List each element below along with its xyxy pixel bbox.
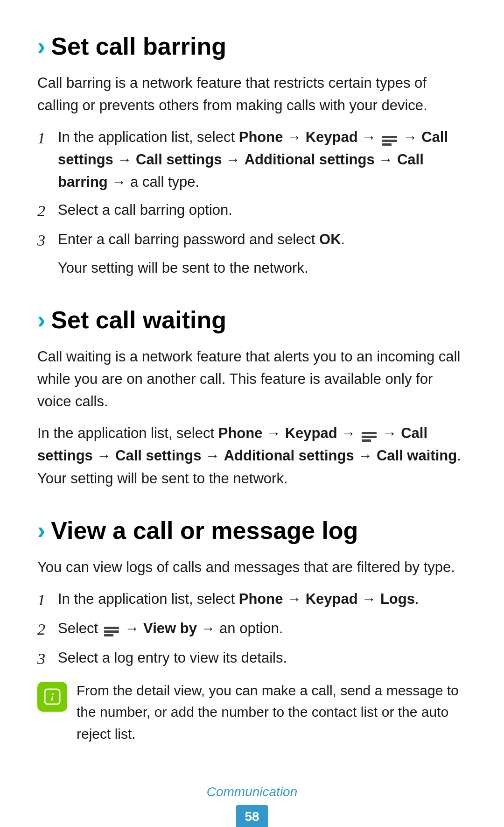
section-title-view-log: › View a call or message log	[37, 512, 467, 549]
svg-rect-1	[382, 140, 397, 142]
steps-view-log: 1 In the application list, select Phone …	[37, 588, 467, 671]
step-number: 2	[37, 199, 54, 223]
section-view-log: › View a call or message log You can vie…	[37, 512, 467, 745]
section-call-waiting: › Set call waiting Call waiting is a net…	[37, 302, 467, 489]
menu-icon	[103, 622, 120, 636]
chevron-icon: ›	[37, 28, 45, 64]
step-1-barring: 1 In the application list, select Phone …	[37, 126, 467, 193]
step-3-log: 3 Select a log entry to view its details…	[37, 647, 467, 671]
svg-rect-3	[362, 432, 377, 434]
svg-rect-0	[382, 136, 397, 138]
menu-icon	[381, 132, 398, 145]
description-view-log: You can view logs of calls and messages …	[37, 556, 467, 579]
step-number: 3	[37, 228, 54, 252]
step-subnote: Your setting will be sent to the network…	[58, 257, 308, 279]
chevron-icon: ›	[37, 302, 45, 338]
step-number: 2	[37, 617, 54, 641]
menu-icon	[361, 428, 378, 441]
svg-rect-6	[104, 627, 119, 629]
footer: Communication 58	[37, 782, 467, 827]
svg-text:i: i	[51, 691, 54, 703]
section-title-call-waiting: › Set call waiting	[37, 302, 467, 338]
steps-call-barring: 1 In the application list, select Phone …	[37, 126, 467, 279]
section-title-call-barring: › Set call barring	[37, 28, 467, 64]
footer-page: 58	[236, 805, 267, 827]
step-number: 1	[37, 588, 54, 612]
step-number: 1	[37, 126, 54, 150]
step-text: Select a log entry to view its details.	[58, 647, 467, 669]
svg-rect-5	[362, 439, 371, 442]
note-text: From the detail view, you can make a cal…	[77, 680, 467, 745]
step-1-log: 1 In the application list, select Phone …	[37, 588, 467, 612]
step-text: Select → View by → an option.	[58, 617, 467, 640]
step-2-barring: 2 Select a call barring option.	[37, 199, 467, 223]
note-icon: i	[37, 682, 67, 712]
description-call-waiting: Call waiting is a network feature that a…	[37, 346, 467, 413]
title-text: Set call waiting	[51, 302, 226, 338]
note-box: i From the detail view, you can make a c…	[37, 680, 467, 745]
inline-instruction-waiting: In the application list, select Phone → …	[37, 422, 467, 489]
title-text: View a call or message log	[51, 512, 358, 549]
step-2-log: 2 Select → View by → an option.	[37, 617, 467, 641]
svg-rect-4	[362, 436, 377, 438]
step-3-barring: 3 Enter a call barring password and sele…	[37, 228, 467, 279]
step-text: In the application list, select Phone → …	[58, 588, 467, 610]
svg-rect-8	[104, 634, 113, 636]
step-text: Enter a call barring password and select…	[58, 228, 345, 252]
svg-rect-7	[104, 630, 119, 633]
footer-label: Communication	[37, 782, 467, 802]
title-text: Set call barring	[51, 28, 226, 64]
step-number: 3	[37, 647, 54, 671]
step-text: Select a call barring option.	[58, 199, 467, 221]
page-content: › Set call barring Call barring is a net…	[37, 28, 467, 745]
description-call-barring: Call barring is a network feature that r…	[37, 72, 467, 117]
svg-rect-2	[382, 143, 392, 146]
chevron-icon: ›	[37, 512, 45, 549]
step-text: In the application list, select Phone → …	[58, 126, 467, 193]
section-call-barring: › Set call barring Call barring is a net…	[37, 28, 467, 279]
